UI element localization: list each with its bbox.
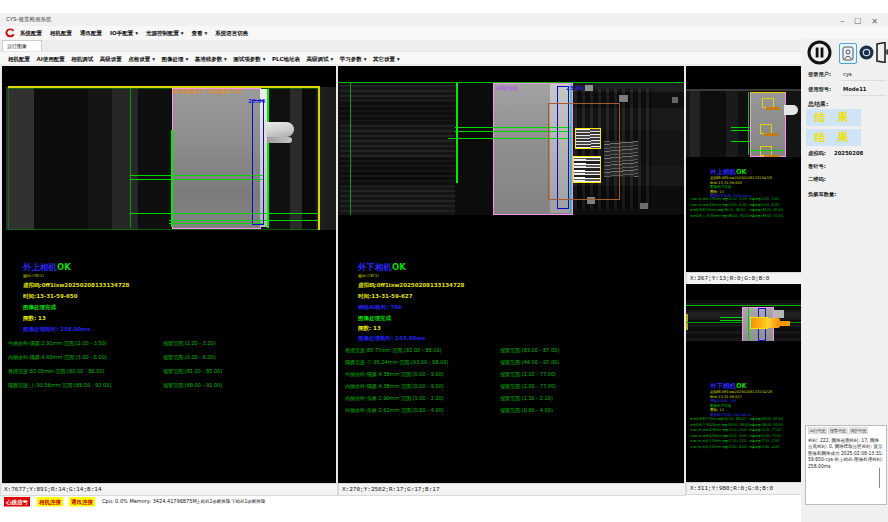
- tool-baseline-params[interactable]: 基准线参数 ▾: [195, 56, 227, 63]
- tool-other-settings[interactable]: 其它设置 ▾: [373, 56, 400, 63]
- tool-learn-params[interactable]: 学习参数 ▾: [340, 56, 367, 63]
- camera-view-upper[interactable]: 静态阈值:93, 动态阈值:100 23.66 外上相机OK 输出:OK(1) …: [2, 66, 336, 483]
- tool-ai-config[interactable]: AI使用配置: [37, 56, 65, 63]
- virtual-code: 虚拟码:0ff1ixw20250208133134728: [358, 281, 464, 289]
- camera-image-lower: AI检测框 23.60: [338, 83, 684, 215]
- login-user-button[interactable]: [839, 43, 857, 64]
- tool-image-process[interactable]: 图像处理 ▾: [161, 56, 188, 63]
- ai-box-label: AI检测框: [496, 84, 518, 92]
- tool-test-params[interactable]: 测试项参数 ▾: [233, 56, 265, 63]
- tab-blob: [267, 122, 294, 137]
- window-titlebar: [0, 13, 888, 26]
- window-controls: –☐✕: [840, 17, 878, 26]
- baseline-green-h: [338, 82, 684, 83]
- camera-image-mini-upper: [686, 89, 801, 157]
- measurement-row: 隔膜宽度-上:90.56mm 范围:(88.00 - 92.00)报警范围:(8…: [8, 382, 111, 389]
- menu-light-config[interactable]: 光源控制配置 ▾: [146, 30, 184, 37]
- blue-measure-label: 23.66: [248, 98, 265, 105]
- measurement-row: 卷绕宽度:83.05mm 范围:(80.00 - 86.00)报警范围:(81.…: [8, 368, 105, 375]
- panel-code-label: 虚拟码:: [808, 150, 826, 157]
- diag-upper-text: 上相机1诊断故障: [196, 498, 230, 505]
- baseline-yellow-h: [8, 86, 320, 88]
- info-log: 耗时: 222, 网络检测耗时: 17, 网络分离耗时: 0, 网络提取分区耗时…: [808, 437, 883, 470]
- camera-title-lower: 外下相机OK: [358, 261, 406, 273]
- info-tabs: 运行信息报警信息维护信息: [808, 428, 868, 434]
- measure-rect-blue: [252, 100, 264, 225]
- tab-count-label: 负极耳数量:: [808, 191, 836, 198]
- capture-time: 时间:13-31-59-650: [23, 292, 77, 300]
- roi-rect-orange: [548, 103, 620, 200]
- blue-measure-label: 23.60: [566, 85, 583, 92]
- camera-view-mini-lower[interactable]: 外下相机OK 虚拟码:0ff1ixw20250208133134728 时间:1…: [686, 284, 801, 482]
- app-logo-icon: [4, 27, 16, 39]
- camera-image-mini-lower: [686, 300, 801, 341]
- tool-camera-debug[interactable]: 相机调试: [71, 56, 93, 63]
- tool-camera-config[interactable]: 相机配置: [8, 56, 30, 63]
- menu-view[interactable]: 查看 ▾: [192, 30, 208, 37]
- diag-lower-text: 下相机1诊断故障: [231, 498, 265, 505]
- tool-spotcheck[interactable]: 点检设置 ▾: [128, 56, 155, 63]
- total-result-label: 总结果:: [808, 100, 828, 109]
- panel-code-value: 20250208: [834, 150, 863, 156]
- window-title: CYS-视觉检测系统: [6, 15, 52, 23]
- menu-system-config[interactable]: 系统配置: [20, 30, 42, 37]
- qr-label: 二维码:: [808, 176, 826, 183]
- tool-advanced-debug[interactable]: 高级调试 ▾: [307, 56, 334, 63]
- menu-camera-config[interactable]: 相机配置: [50, 30, 72, 37]
- maximize-button[interactable]: ☐: [854, 17, 861, 26]
- tool-plc-table[interactable]: PLC地址表: [272, 56, 300, 63]
- close-button[interactable]: ✕: [871, 17, 878, 26]
- tab-maintain-info[interactable]: 维护信息: [849, 428, 868, 435]
- pause-button[interactable]: [807, 40, 832, 65]
- exit-button[interactable]: [876, 42, 888, 63]
- coord-bar-upper: X:7677;Y:891;R:14;G:14;B:14: [0, 483, 338, 496]
- tab-strip: [0, 40, 801, 51]
- needle-label: 卷针号:: [808, 163, 826, 170]
- measurement-row: 外侧余料-隔膜:2.91mm 范围:(2.00 - 3.50)报警范围:(2.2…: [8, 340, 107, 347]
- threshold-overlay: 静态阈值:93, 动态阈值:100: [173, 87, 242, 95]
- tool-advanced-settings[interactable]: 高级设置: [100, 56, 122, 63]
- menu-items: 系统配置相机配置通讯配置IO手配置 ▾光源控制配置 ▾查看 ▾系统语言切换: [20, 29, 248, 37]
- menu-io-config[interactable]: IO手配置 ▾: [110, 30, 138, 37]
- app-window: CYS-视觉检测系统 –☐✕ 系统配置相机配置通讯配置IO手配置 ▾光源控制配置…: [0, 0, 888, 522]
- login-value: cys: [843, 71, 852, 77]
- toolbar-items: 相机配置AI使用配置相机调试高级设置点检设置 ▾图像处理 ▾基准线参数 ▾测试项…: [8, 55, 400, 63]
- info-button[interactable]: [859, 45, 874, 60]
- camera-view-mini-upper[interactable]: 外上相机OK 虚拟码:0ff1ixw20250208133134728 时间:1…: [686, 66, 801, 272]
- baseline-yellow-v: [318, 86, 320, 230]
- tab-run-info[interactable]: 运行信息: [808, 428, 827, 435]
- camera-image-upper: 静态阈值:93, 动态阈值:100 23.66: [6, 87, 336, 230]
- menu-comm-config[interactable]: 通讯配置: [80, 30, 102, 37]
- virtual-code: 虚拟码:0ff1ixw20250208133134728: [23, 281, 129, 289]
- coord-bar-mini-lower: X:311;Y:980;R:0;G:0;B:0: [686, 482, 803, 495]
- info-scrollbar[interactable]: [879, 468, 880, 488]
- tab-alarm-info[interactable]: 报警信息: [829, 428, 848, 435]
- tab-detect-box-2: [573, 156, 601, 183]
- login-label: 登录用户:: [808, 71, 831, 78]
- minimize-button[interactable]: –: [840, 17, 844, 26]
- model-value: Mode11: [843, 86, 866, 92]
- menu-language[interactable]: 系统语言切换: [215, 30, 248, 37]
- tab-detect-box-1: [575, 128, 601, 149]
- measurement-row: 内侧余料-隔膜:4.60mm 范围:(3.00 - 6.00)报警范围:(0.0…: [8, 354, 107, 361]
- model-label: 使用型号:: [808, 86, 831, 93]
- camera-title-upper: 外上相机OK: [23, 261, 71, 273]
- capture-time: 时间:13-31-59-627: [358, 292, 412, 300]
- camera-view-lower[interactable]: AI检测框 23.60 外下相机OK 输出:OK(1) 虚拟码:0ff1ixw2…: [338, 66, 684, 483]
- coord-bar-lower: X:270;Y:2502;R:17;G:17;B:17: [338, 483, 686, 496]
- result-box-2: 结 果: [806, 129, 861, 146]
- cpu-memory-text: Cpu: 0.0% Memory: 3424.41796875M: [102, 498, 197, 504]
- result-box-1: 结 果: [806, 109, 861, 126]
- roi-rect-pink: [172, 88, 261, 229]
